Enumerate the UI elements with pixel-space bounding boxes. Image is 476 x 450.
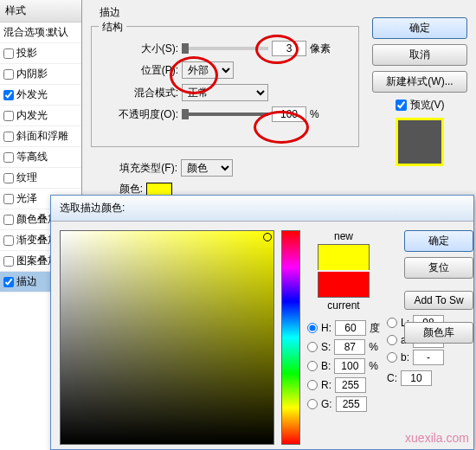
style-item-texture[interactable]: 纹理: [0, 168, 81, 189]
g-radio[interactable]: [307, 399, 318, 409]
style-check[interactable]: [3, 277, 14, 287]
current-label: current: [327, 299, 359, 312]
style-item-outer-glow[interactable]: 外发光: [0, 85, 81, 106]
position-select[interactable]: 外部: [182, 61, 234, 79]
style-check[interactable]: [3, 152, 14, 163]
style-label: 外发光: [16, 87, 48, 102]
style-label: 斜面和浮雕: [16, 129, 68, 144]
style-check[interactable]: [3, 90, 14, 100]
new-color-swatch: [318, 244, 370, 270]
h-label: H:: [321, 322, 331, 334]
style-check[interactable]: [3, 173, 14, 183]
styles-header: 样式: [0, 0, 81, 22]
blend-label: 混合模式:: [100, 86, 178, 100]
c-label: C:: [387, 372, 397, 384]
style-item-inner-shadow[interactable]: 内阴影: [0, 64, 81, 85]
size-label: 大小(S):: [100, 42, 178, 56]
picker-reset-button[interactable]: 复位: [404, 257, 473, 279]
color-picker-dialog: 选取描边颜色: new current H:度 S:% B:% R: G:: [50, 195, 474, 450]
picker-cursor-icon: [263, 233, 272, 241]
position-label: 位置(P):: [100, 63, 178, 78]
color-field[interactable]: [60, 230, 274, 445]
cancel-button[interactable]: 取消: [372, 44, 467, 66]
stroke-panel-title: 描边: [97, 5, 123, 20]
s-radio[interactable]: [307, 342, 318, 352]
style-item-drop-shadow[interactable]: 投影: [0, 43, 81, 64]
h-input[interactable]: [335, 320, 366, 336]
blend-default-label: 混合选项:默认: [3, 25, 68, 40]
lab-b-label: b:: [401, 351, 409, 363]
color-library-button[interactable]: 颜色库: [404, 322, 473, 344]
style-check[interactable]: [3, 132, 14, 142]
preview-label: 预览(V): [410, 98, 445, 112]
style-label: 纹理: [16, 170, 37, 185]
opacity-unit: %: [310, 108, 319, 120]
dialog-buttons: 确定 取消 新建样式(W)... 预览(V): [372, 17, 467, 171]
h-unit: 度: [370, 321, 380, 336]
s-input[interactable]: [334, 339, 365, 355]
preview-checkbox[interactable]: [396, 100, 407, 111]
watermark: xuexila.com: [405, 431, 469, 445]
preview-thumbnail: [396, 118, 444, 166]
size-unit: 像素: [310, 42, 331, 56]
new-style-button[interactable]: 新建样式(W)...: [372, 71, 467, 93]
h-radio[interactable]: [307, 323, 318, 333]
style-label: 描边: [16, 274, 37, 289]
b-radio[interactable]: [307, 361, 318, 371]
size-slider[interactable]: [182, 47, 268, 50]
add-swatch-button[interactable]: Add To Sw: [404, 291, 473, 310]
style-item-bevel[interactable]: 斜面和浮雕: [0, 126, 81, 147]
s-label: S:: [321, 341, 331, 353]
b-unit: %: [369, 360, 378, 372]
s-unit: %: [369, 341, 378, 353]
style-label: 等高线: [16, 150, 48, 164]
style-check[interactable]: [3, 194, 14, 204]
style-check[interactable]: [3, 69, 14, 80]
opacity-slider[interactable]: [182, 112, 268, 116]
opacity-label: 不透明度(O):: [100, 107, 178, 122]
blend-select[interactable]: 正常: [182, 84, 268, 101]
structure-title: 结构: [99, 20, 126, 35]
new-label: new: [334, 230, 353, 242]
style-label: 光泽: [16, 191, 37, 206]
fill-type-label: 填充类型(F):: [100, 161, 177, 176]
r-input[interactable]: [335, 377, 366, 393]
lab-b-radio[interactable]: [387, 352, 397, 363]
style-check[interactable]: [3, 256, 14, 267]
style-label: 内发光: [16, 108, 48, 123]
layer-style-dialog: 样式 混合选项:默认 投影 内阴影 外发光 内发光 斜面和浮雕 等高线 纹理 光…: [0, 0, 476, 450]
r-radio[interactable]: [307, 380, 318, 390]
l-radio[interactable]: [387, 318, 397, 328]
picker-title: 选取描边颜色:: [51, 196, 473, 222]
style-check[interactable]: [3, 215, 14, 225]
blend-options-item[interactable]: 混合选项:默认: [0, 22, 81, 43]
style-label: 内阴影: [16, 67, 48, 81]
b-input[interactable]: [334, 358, 365, 374]
opacity-input[interactable]: [272, 106, 306, 122]
style-item-inner-glow[interactable]: 内发光: [0, 106, 81, 126]
style-item-contour[interactable]: 等高线: [0, 147, 81, 168]
lab-b-input[interactable]: [413, 350, 444, 365]
b-label: B:: [321, 360, 331, 372]
structure-group: 结构 大小(S): 像素 位置(P): 外部 混合模式: 正常 不透明度(O):…: [91, 26, 359, 147]
r-label: R:: [321, 379, 331, 391]
g-label: G:: [321, 398, 332, 410]
fill-type-select[interactable]: 颜色: [181, 159, 233, 177]
a-radio[interactable]: [387, 335, 397, 345]
ok-button[interactable]: 确定: [372, 17, 467, 39]
size-input[interactable]: [272, 41, 306, 56]
picker-ok-button[interactable]: 确定: [404, 230, 473, 252]
hue-slider[interactable]: [281, 230, 300, 445]
current-color-swatch: [318, 272, 370, 298]
style-check[interactable]: [3, 235, 14, 246]
style-label: 投影: [16, 46, 37, 61]
style-check[interactable]: [3, 48, 14, 59]
style-check[interactable]: [3, 111, 14, 121]
g-input[interactable]: [336, 396, 367, 412]
c-input[interactable]: [401, 370, 432, 386]
